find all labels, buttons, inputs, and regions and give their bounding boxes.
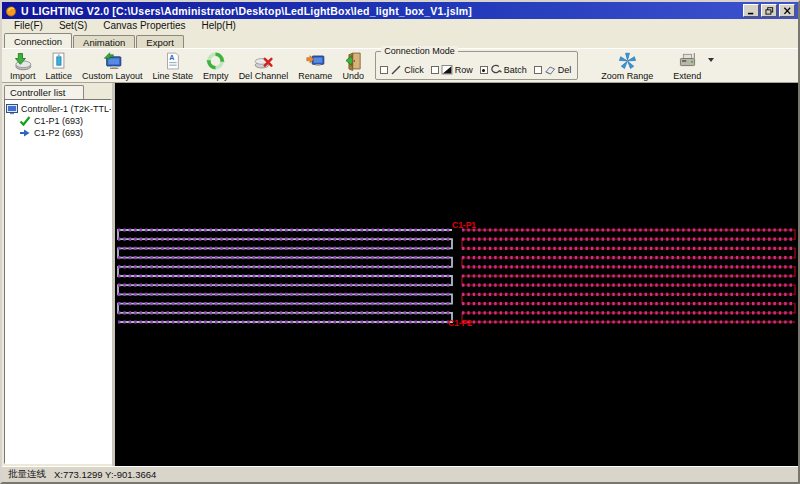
status-mode: 批量连线 [8, 468, 46, 481]
toolbar-button-label: Rename [298, 71, 332, 81]
controller-tree: Controller-1 (T2K-TTL-UDC) C1-P1 (693)C1… [4, 99, 112, 464]
led-wiring-svg: C1-P1C1-P2 [115, 83, 798, 466]
del-channel-button[interactable]: Del Channel [234, 49, 294, 82]
zoom-range-button[interactable]: Zoom Range [596, 49, 658, 82]
tree-children: C1-P1 (693)C1-P2 (693) [19, 115, 110, 139]
batch-icon [490, 64, 502, 76]
del-icon [544, 64, 556, 76]
window-title: U LIGHTING V2.0 [C:\Users\Administrator\… [21, 5, 472, 17]
line-state-icon: A [162, 50, 184, 71]
del-channel-icon [252, 50, 274, 71]
layout-canvas[interactable]: C1-P1C1-P2 [115, 83, 798, 466]
app-icon [5, 5, 17, 17]
extend-button[interactable]: Extend [668, 49, 706, 82]
lattice-button[interactable]: Lattice [41, 49, 78, 82]
empty-icon [205, 50, 227, 71]
import-button[interactable]: Import [5, 49, 41, 82]
toolbar-button-label: Custom Layout [82, 71, 143, 81]
app-window: U LIGHTING V2.0 [C:\Users\Administrator\… [0, 0, 800, 484]
toolbar-button-label: Empty [203, 71, 229, 81]
zoom-range-icon [616, 50, 638, 71]
tree-item-c1-p2[interactable]: C1-P2 (693) [19, 127, 110, 139]
toolbar-button-label: Import [10, 71, 36, 81]
toolbar-button-label: Zoom Range [601, 71, 653, 81]
menu-bar: File(F) Set(S) Canvas Properties Help(H) [2, 19, 798, 33]
radio-batch[interactable] [480, 66, 488, 74]
controller-icon [6, 103, 18, 115]
controller-list-panel: Controller list Controller-1 (T2K-TTL-UD… [2, 83, 112, 466]
row-icon [441, 64, 453, 76]
toolbar-right-buttons: Zoom RangeExtend [596, 49, 714, 82]
status-coordinates: X:773.1299 Y:-901.3664 [54, 469, 156, 480]
tree-item-label: C1-P1 (693) [34, 116, 83, 126]
arrow-icon [19, 127, 31, 139]
main-area: Controller list Controller-1 (T2K-TTL-UD… [2, 83, 798, 466]
undo-button[interactable]: Undo [337, 49, 369, 82]
import-icon [12, 50, 34, 71]
connection-mode-option-label: Del [558, 65, 572, 75]
tree-root-label: Controller-1 (T2K-TTL-UDC) [21, 104, 112, 114]
close-button[interactable] [779, 4, 795, 17]
controller-list-tab[interactable]: Controller list [4, 85, 84, 99]
rename-icon [304, 50, 326, 71]
toolbar-button-label: Extend [673, 71, 701, 81]
radio-click[interactable] [380, 66, 388, 74]
connection-mode-option-row[interactable]: Row [431, 64, 473, 76]
lattice-icon [48, 50, 70, 71]
menu-file[interactable]: File(F) [6, 19, 51, 33]
connection-mode-title: Connection Mode [381, 46, 458, 56]
tab-animation[interactable]: Animation [73, 35, 135, 48]
title-bar: U LIGHTING V2.0 [C:\Users\Administrator\… [2, 2, 798, 19]
port-start-label-c1-p2: C1-P2 [448, 318, 472, 328]
toolbar: ImportLatticeCustom LayoutALine StateEmp… [2, 48, 798, 83]
click-icon [390, 64, 402, 76]
menu-set[interactable]: Set(S) [51, 19, 95, 33]
toolbar-button-label: Undo [342, 71, 364, 81]
tree-item-c1-p1[interactable]: C1-P1 (693) [19, 115, 110, 127]
status-bar: 批量连线 X:773.1299 Y:-901.3664 [2, 466, 798, 482]
menu-help[interactable]: Help(H) [194, 19, 244, 33]
connection-mode-option-label: Batch [504, 65, 527, 75]
custom-layout-button[interactable]: Custom Layout [77, 49, 148, 82]
connection-mode-group: Connection Mode ClickRowBatchDel [375, 51, 578, 80]
menu-canvas-properties[interactable]: Canvas Properties [95, 19, 193, 33]
svg-text:A: A [170, 54, 175, 62]
tab-export[interactable]: Export [136, 35, 183, 48]
radio-del[interactable] [534, 66, 542, 74]
connection-mode-option-label: Click [404, 65, 424, 75]
toolbar-button-label: Line State [153, 71, 194, 81]
rename-button[interactable]: Rename [293, 49, 337, 82]
undo-icon [342, 50, 364, 71]
restore-button[interactable] [761, 4, 777, 17]
toolbar-button-label: Lattice [46, 71, 73, 81]
custom-layout-icon [101, 50, 123, 71]
toolbar-buttons: ImportLatticeCustom LayoutALine StateEmp… [5, 49, 369, 82]
connection-mode-option-label: Row [455, 65, 473, 75]
connection-mode-options: ClickRowBatchDel [380, 64, 571, 76]
connection-mode-option-batch[interactable]: Batch [480, 64, 527, 76]
port-start-label-c1-p1: C1-P1 [452, 220, 476, 230]
empty-button[interactable]: Empty [198, 49, 234, 82]
extend-dropdown-arrow[interactable] [708, 58, 714, 62]
extend-icon [676, 50, 698, 71]
connection-mode-option-del[interactable]: Del [534, 64, 572, 76]
tree-item-label: C1-P2 (693) [34, 128, 83, 138]
tree-root-controller[interactable]: Controller-1 (T2K-TTL-UDC) [6, 103, 110, 115]
connection-mode-option-click[interactable]: Click [380, 64, 424, 76]
tab-connection[interactable]: Connection [4, 33, 72, 48]
radio-row[interactable] [431, 66, 439, 74]
line-state-button[interactable]: ALine State [148, 49, 199, 82]
minimize-button[interactable] [743, 4, 759, 17]
check-icon [19, 115, 31, 127]
toolbar-button-label: Del Channel [239, 71, 289, 81]
